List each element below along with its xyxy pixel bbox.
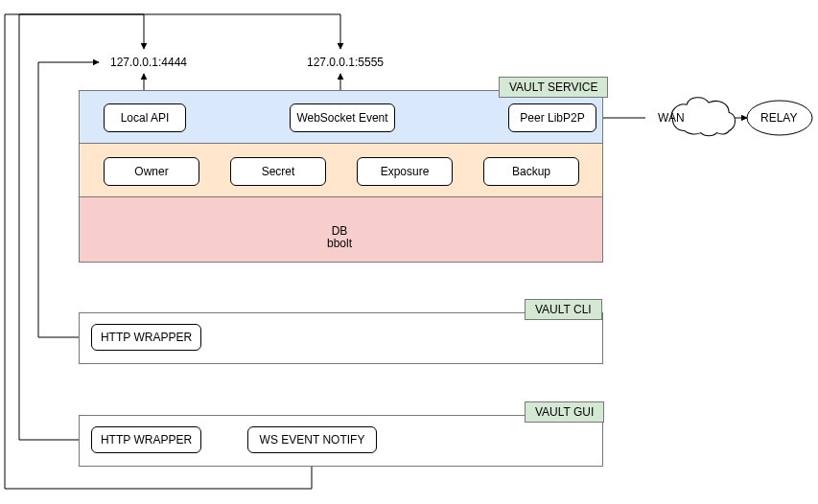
address-ws-label: 127.0.0.1:5555 [302, 56, 388, 69]
gui-ws-notify-box: WS EVENT NOTIFY [247, 426, 377, 453]
gui-http-wrapper-box: HTTP WRAPPER [91, 426, 201, 453]
db-line1: DB [332, 224, 348, 238]
peer-libp2p-box: Peer LibP2P [508, 103, 596, 132]
relay-label: RELAY [760, 111, 797, 125]
service-tag: VAULT SERVICE [499, 77, 608, 98]
cli-tag: VAULT CLI [525, 299, 602, 320]
db-cylinder-label: DB bbolt [316, 225, 362, 250]
local-api-box: Local API [104, 103, 186, 132]
backup-box: Backup [483, 157, 579, 186]
cli-http-wrapper-box: HTTP WRAPPER [91, 324, 201, 351]
exposure-box: Exposure [357, 157, 453, 186]
wan-label: WAN [658, 111, 685, 125]
gui-tag: VAULT GUI [525, 401, 604, 423]
secret-box: Secret [230, 157, 326, 186]
websocket-event-box: WebSocket Event [290, 103, 395, 132]
owner-box: Owner [104, 157, 199, 186]
address-api-label: 127.0.0.1:4444 [105, 56, 192, 69]
db-line2: bbolt [327, 237, 352, 250]
